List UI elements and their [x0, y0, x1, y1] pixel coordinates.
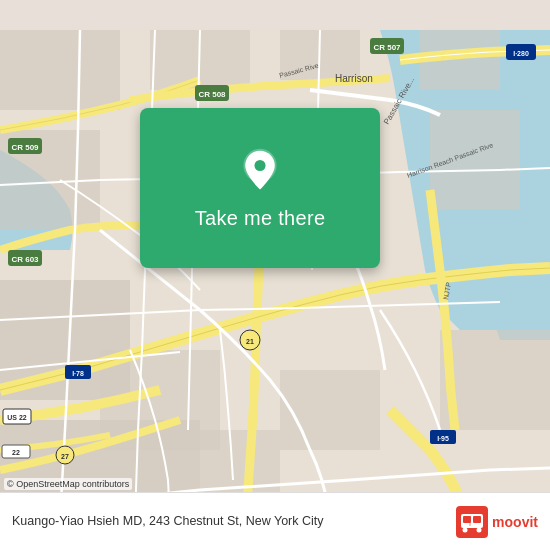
svg-point-47 [463, 527, 468, 532]
svg-point-42 [254, 159, 265, 170]
moovit-brand-icon [456, 506, 488, 538]
svg-text:I·95: I·95 [437, 435, 449, 442]
location-pin-icon [236, 147, 284, 195]
svg-text:CR 603: CR 603 [11, 255, 39, 264]
svg-text:I·78: I·78 [72, 370, 84, 377]
svg-text:CR 508: CR 508 [198, 90, 226, 99]
svg-rect-49 [469, 516, 471, 526]
moovit-logo: moovit [456, 506, 538, 538]
svg-text:CR 507: CR 507 [373, 43, 401, 52]
action-card: Take me there [140, 108, 380, 268]
osm-attribution: © OpenStreetMap contributors [4, 478, 132, 490]
svg-rect-11 [280, 370, 380, 450]
svg-rect-46 [473, 516, 481, 523]
address-text: Kuango-Yiao Hsieh MD, 243 Chestnut St, N… [12, 513, 456, 529]
svg-point-48 [477, 527, 482, 532]
map-container: CR 507 CR 509 CR 508 I·280 CR 603 21 I·7… [0, 0, 550, 550]
svg-text:27: 27 [61, 453, 69, 460]
svg-rect-1 [0, 30, 120, 110]
svg-text:22: 22 [12, 449, 20, 456]
svg-text:21: 21 [246, 338, 254, 345]
moovit-brand-name: moovit [492, 514, 538, 530]
svg-text:CR 509: CR 509 [11, 143, 39, 152]
svg-text:Harrison: Harrison [335, 73, 373, 84]
svg-text:I·280: I·280 [513, 50, 529, 57]
map-background: CR 507 CR 509 CR 508 I·280 CR 603 21 I·7… [0, 0, 550, 550]
bottom-bar: Kuango-Yiao Hsieh MD, 243 Chestnut St, N… [0, 492, 550, 550]
svg-text:US 22: US 22 [7, 414, 27, 421]
take-me-there-button[interactable]: Take me there [195, 207, 326, 230]
